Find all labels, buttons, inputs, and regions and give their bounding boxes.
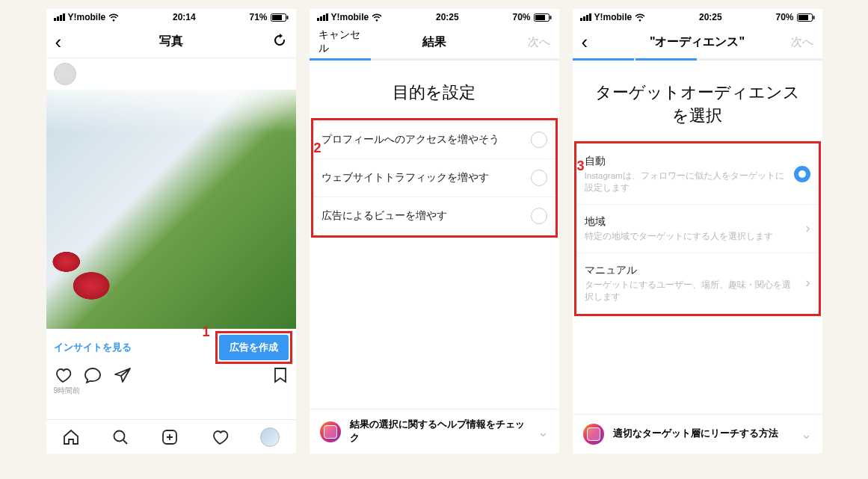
goal-option-profile[interactable]: プロフィールへのアクセスを増やそう [314,121,555,159]
svg-rect-9 [798,15,808,20]
radio-empty-icon [531,170,547,186]
annotation-step-1: 1 [203,324,210,340]
help-text: 適切なターゲット層にリーチする方法 [613,427,792,441]
wifi-icon [108,13,119,22]
chevron-down-icon: ⌄ [538,424,549,440]
next-button[interactable]: 次へ [505,35,550,49]
activity-tab-icon[interactable] [211,428,229,446]
share-icon[interactable] [114,366,132,384]
svg-rect-10 [813,16,814,19]
option-title: 自動 [585,155,787,168]
audience-option-auto[interactable]: 自動 Instagramは、フォロワーに似た人をターゲットに設定します [577,144,818,205]
screen-goal: Y!mobile 20:25 70% キャンセル 結果 次へ 目的を設定 2 プ… [310,9,559,454]
svg-rect-6 [535,15,545,20]
radio-empty-icon [531,208,547,224]
svg-point-3 [114,430,125,441]
bookmark-icon[interactable] [272,366,289,384]
action-row [46,363,296,384]
profile-tab-icon[interactable] [260,427,280,447]
status-bar: Y!mobile 20:25 70% [310,9,559,25]
help-icon [320,421,341,442]
wifi-icon [372,13,382,22]
comment-icon[interactable] [84,366,102,384]
goal-option-group: プロフィールへのアクセスを増やそう ウェブサイトトラフィックを増やす 広告による… [314,121,555,235]
avatar[interactable] [54,63,76,85]
radio-empty-icon [531,132,547,148]
refresh-button[interactable] [242,33,287,50]
next-button[interactable]: 次へ [769,35,813,49]
cancel-button[interactable]: キャンセル [318,28,363,55]
status-bar: Y!mobile 20:25 70% [573,9,822,25]
option-title: マニュアル [585,264,798,277]
svg-rect-2 [286,16,288,19]
battery-icon [797,13,815,22]
nav-bar: キャンセル 結果 次へ [310,25,559,58]
like-icon[interactable] [54,366,72,384]
post-photo[interactable] [46,90,296,329]
nav-bar: ‹ "オーディエンス" 次へ [573,25,822,58]
svg-rect-1 [272,15,282,20]
page-heading: 目的を設定 [310,61,559,121]
post-header [46,58,296,90]
signal-icon [580,13,591,21]
tab-bar [46,419,296,454]
screen-audience: Y!mobile 20:25 70% ‹ "オーディエンス" 次へ ターゲットオ… [573,9,822,454]
post-footer: インサイトを見る 1 広告を作成 [46,329,296,363]
carrier-label: Y!mobile [68,12,106,22]
screen-photo: Y!mobile 20:14 71% ‹ 写真 インサイトを見る 1 広告を作成 [46,9,296,454]
page-heading: ターゲットオーディエンスを選択 [573,61,822,144]
option-label: 広告によるビューを増やす [321,209,523,223]
nav-title: 結果 [363,34,505,50]
chevron-right-icon: › [806,220,810,236]
help-card[interactable]: 結果の選択に関するヘルプ情報をチェック ⌄ [310,409,559,454]
battery-icon [534,13,552,22]
battery-percent: 71% [249,12,267,22]
help-text: 結果の選択に関するヘルプ情報をチェック [350,418,529,445]
radio-selected-icon [794,166,810,182]
search-tab-icon[interactable] [111,428,129,446]
option-subtitle: 特定の地域でターゲットにする人を選択します [585,230,798,242]
back-button[interactable]: ‹ [582,32,627,52]
audience-option-manual[interactable]: マニュアル ターゲットにするユーザー、場所、趣味・関心を選択します › [577,253,818,313]
carrier-label: Y!mobile [594,12,632,22]
clock-label: 20:25 [436,12,459,22]
battery-icon [271,13,289,22]
nav-bar: ‹ 写真 [46,25,296,58]
promote-button[interactable]: 広告を作成 [219,335,289,360]
signal-icon [317,13,328,21]
option-label: プロフィールへのアクセスを増やそう [321,133,523,146]
battery-percent: 70% [512,12,530,22]
nav-title: "オーディエンス" [627,34,769,50]
insights-link[interactable]: インサイトを見る [54,341,132,354]
help-card[interactable]: 適切なターゲット層にリーチする方法 ⌄ [573,414,822,454]
home-tab-icon[interactable] [62,428,80,446]
option-subtitle: ターゲットにするユーザー、場所、趣味・関心を選択します [585,279,798,303]
chevron-right-icon: › [806,275,810,291]
back-button[interactable]: ‹ [55,32,100,52]
option-title: 地域 [585,215,798,229]
wifi-icon [635,13,645,22]
timestamp: 9時間前 [46,384,296,401]
audience-option-group: 自動 Instagramは、フォロワーに似た人をターゲットに設定します 地域 特… [577,144,818,313]
audience-option-region[interactable]: 地域 特定の地域でターゲットにする人を選択します › [577,205,818,253]
clock-label: 20:25 [699,12,722,22]
add-tab-icon[interactable] [161,428,179,446]
signal-icon [54,13,65,21]
battery-percent: 70% [775,12,793,22]
option-label: ウェブサイトトラフィックを増やす [321,171,523,185]
chevron-down-icon: ⌄ [801,426,812,442]
help-icon [583,424,604,445]
status-bar: Y!mobile 20:14 71% [46,9,296,25]
carrier-label: Y!mobile [331,12,369,22]
clock-label: 20:14 [173,12,196,22]
goal-option-website[interactable]: ウェブサイトトラフィックを増やす [314,159,555,197]
option-subtitle: Instagramは、フォロワーに似た人をターゲットに設定します [585,170,787,194]
svg-rect-7 [550,16,551,19]
goal-option-views[interactable]: 広告によるビューを増やす [314,197,555,235]
nav-title: 写真 [100,34,242,49]
